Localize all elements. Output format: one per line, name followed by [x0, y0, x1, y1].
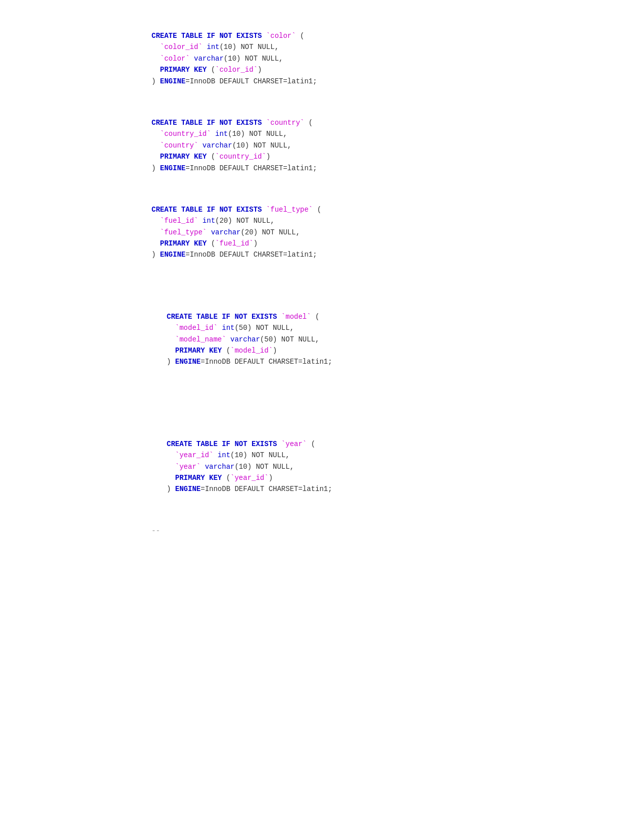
code-token-plain: [152, 239, 160, 248]
sql-block-fuel-type-table: CREATE TABLE IF NOT EXISTS `fuel_type` (…: [152, 204, 644, 261]
code-token-plain: [207, 228, 211, 236]
code-token-tick: `model_id`: [175, 324, 218, 332]
code-token-kw: CREATE TABLE IF NOT EXISTS: [167, 440, 281, 448]
code-token-plain: (50) NOT NULL,: [234, 324, 294, 332]
code-token-plain: [190, 55, 194, 63]
code-token-plain: (50) NOT NULL,: [260, 335, 320, 344]
code-token-plain: (: [222, 347, 230, 355]
code-token-plain: (20) NOT NULL,: [215, 217, 275, 225]
code-token-type: varchar: [203, 141, 232, 150]
code-token-plain: [152, 66, 160, 74]
code-token-plain: =InnoDB DEFAULT CHARSET=latin1;: [185, 251, 317, 259]
sql-line: PRIMARY KEY (`fuel_id`): [152, 238, 644, 249]
code-token-tick: `fuel_type`: [266, 206, 313, 214]
code-token-type: int: [222, 324, 234, 332]
code-token-kw: ENGINE: [175, 358, 201, 366]
code-token-plain: [218, 324, 222, 332]
sql-line: `fuel_id` int(20) NOT NULL,: [152, 215, 644, 226]
sql-line: CREATE TABLE IF NOT EXISTS `model` (: [167, 311, 644, 322]
code-token-plain: [226, 335, 230, 344]
code-token-plain: (10) NOT NULL,: [228, 130, 287, 138]
code-token-plain: (: [307, 440, 315, 448]
code-token-plain: =InnoDB DEFAULT CHARSET=latin1;: [185, 164, 317, 172]
sql-block-color-table: CREATE TABLE IF NOT EXISTS `color` ( `co…: [152, 30, 644, 87]
code-token-tick: `color`: [160, 55, 190, 63]
code-token-kw: CREATE TABLE IF NOT EXISTS: [152, 119, 266, 127]
code-token-plain: [152, 228, 160, 236]
sql-line: `color_id` int(10) NOT NULL,: [152, 41, 644, 53]
code-token-tick: `year`: [175, 463, 201, 471]
code-token-plain: (10) NOT NULL,: [230, 451, 290, 459]
sql-line: ) ENGINE=InnoDB DEFAULT CHARSET=latin1;: [167, 356, 644, 367]
code-token-kw: CREATE TABLE IF NOT EXISTS: [167, 313, 281, 321]
code-token-kw: CREATE TABLE IF NOT EXISTS: [152, 32, 266, 40]
sql-line: CREATE TABLE IF NOT EXISTS `country` (: [152, 117, 644, 128]
code-token-plain: ): [152, 77, 160, 85]
sql-block-model-table: CREATE TABLE IF NOT EXISTS `model` ( `mo…: [152, 311, 644, 368]
code-token-plain: (: [313, 206, 321, 214]
code-token-plain: [167, 324, 175, 332]
code-token-plain: ): [167, 485, 175, 493]
code-token-tick: `year_id`: [175, 451, 214, 459]
sql-line: `model_id` int(50) NOT NULL,: [167, 322, 644, 333]
code-token-plain: [152, 130, 160, 138]
code-token-kw: ENGINE: [175, 485, 201, 493]
code-token-tick: `model`: [281, 313, 311, 321]
sql-line: PRIMARY KEY (`country_id`): [152, 151, 644, 162]
sql-block-country-table: CREATE TABLE IF NOT EXISTS `country` ( `…: [152, 117, 644, 174]
code-token-plain: [152, 141, 160, 150]
sql-line: `color` varchar(10) NOT NULL,: [152, 53, 644, 64]
code-token-plain: ): [167, 358, 175, 366]
code-token-plain: =InnoDB DEFAULT CHARSET=latin1;: [201, 358, 332, 366]
code-token-tick: `color_id`: [160, 43, 203, 51]
code-token-plain: ): [254, 239, 258, 248]
sql-block-year-table: CREATE TABLE IF NOT EXISTS `year` ( `yea…: [152, 438, 644, 495]
code-token-plain: [201, 463, 205, 471]
sql-line: ) ENGINE=InnoDB DEFAULT CHARSET=latin1;: [152, 249, 644, 260]
sql-line: PRIMARY KEY (`year_id`): [167, 472, 644, 483]
code-token-plain: [152, 217, 160, 225]
sql-line: `country` varchar(10) NOT NULL,: [152, 140, 644, 151]
code-token-tick: `year_id`: [230, 474, 269, 482]
sql-line: ) ENGINE=InnoDB DEFAULT CHARSET=latin1;: [152, 76, 644, 87]
code-token-tick: `fuel_type`: [160, 228, 207, 236]
code-token-plain: [203, 43, 207, 51]
code-token-tick: `color`: [266, 32, 296, 40]
code-token-plain: ): [269, 474, 273, 482]
code-token-plain: ): [266, 153, 270, 161]
code-token-plain: ): [273, 347, 277, 355]
code-token-plain: [152, 43, 160, 51]
code-container: CREATE TABLE IF NOT EXISTS `color` ( `co…: [0, 30, 644, 536]
code-token-kw: ENGINE: [160, 251, 185, 259]
code-token-plain: [167, 463, 175, 471]
code-token-kw: PRIMARY KEY: [160, 153, 207, 161]
code-token-plain: (: [296, 32, 305, 40]
sql-line: `fuel_type` varchar(20) NOT NULL,: [152, 227, 644, 238]
code-token-plain: [152, 55, 160, 63]
code-token-tick: `fuel_id`: [215, 239, 254, 248]
code-token-tick: `model_id`: [230, 347, 273, 355]
sql-line: PRIMARY KEY (`color_id`): [152, 64, 644, 75]
code-token-plain: (: [207, 153, 215, 161]
code-token-plain: (: [207, 66, 215, 74]
code-token-kw: PRIMARY KEY: [160, 66, 207, 74]
code-token-kw: ENGINE: [160, 164, 185, 172]
code-token-plain: =InnoDB DEFAULT CHARSET=latin1;: [185, 77, 317, 85]
code-token-plain: ): [258, 66, 262, 74]
code-token-plain: (: [311, 313, 320, 321]
code-token-type: varchar: [194, 55, 224, 63]
code-token-tick: `fuel_id`: [160, 217, 199, 225]
code-token-plain: [167, 335, 175, 344]
code-token-plain: (: [222, 474, 230, 482]
code-token-plain: (10) NOT NULL,: [219, 43, 279, 51]
code-token-plain: [211, 130, 215, 138]
code-token-plain: ): [152, 164, 160, 172]
sql-line: CREATE TABLE IF NOT EXISTS `year` (: [167, 438, 644, 450]
code-token-tick: `year`: [281, 440, 307, 448]
sql-line: `year` varchar(10) NOT NULL,: [167, 461, 644, 472]
code-token-tick: `country_id`: [215, 153, 266, 161]
code-token-type: int: [218, 451, 230, 459]
code-token-tick: `color_id`: [215, 66, 258, 74]
code-token-plain: [167, 347, 175, 355]
code-token-plain: (10) NOT NULL,: [224, 55, 283, 63]
